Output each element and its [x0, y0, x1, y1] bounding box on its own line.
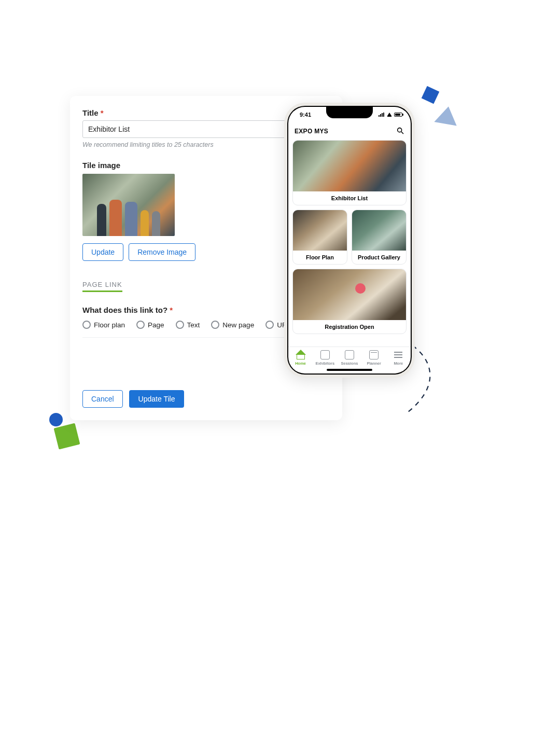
- planner-icon: [369, 350, 379, 359]
- more-icon: [394, 350, 403, 359]
- bottom-tab-bar: Home Exhibitors Sessions Planner: [288, 347, 411, 374]
- tab-more[interactable]: More: [387, 350, 409, 366]
- tile-exhibitor-list[interactable]: Exhibitor List: [292, 140, 407, 205]
- tile-image: [293, 141, 406, 191]
- status-time: 9:41: [300, 112, 311, 118]
- tile-registration-open[interactable]: Registration Open: [292, 269, 407, 334]
- tab-page-link[interactable]: PAGE LINK: [82, 281, 122, 292]
- tile-image: [293, 269, 406, 320]
- tile-label: Product Gallery: [352, 251, 406, 264]
- tab-planner[interactable]: Planner: [363, 350, 385, 366]
- tab-exhibitors[interactable]: Exhibitors: [314, 350, 336, 366]
- phone-mockup: 9:41 EXPO MYS: [284, 103, 415, 378]
- remove-image-button[interactable]: Remove Image: [129, 243, 195, 261]
- required-asterisk: *: [101, 108, 104, 117]
- svg-line-1: [401, 132, 403, 134]
- decorative-blue-circle: [49, 413, 63, 426]
- tile-label: Exhibitor List: [293, 191, 406, 205]
- tile-product-gallery[interactable]: Product Gallery: [352, 210, 407, 265]
- tile-label: Registration Open: [293, 320, 406, 334]
- update-tile-button[interactable]: Update Tile: [129, 390, 185, 408]
- tile-label: Floor Plan: [293, 251, 347, 264]
- svg-point-0: [398, 128, 402, 132]
- radio-page[interactable]: Page: [136, 321, 164, 329]
- home-indicator: [327, 369, 372, 371]
- radio-text[interactable]: Text: [176, 321, 200, 329]
- decorative-green-square: [54, 423, 80, 450]
- search-icon[interactable]: [396, 127, 404, 136]
- tile-floor-plan[interactable]: Floor Plan: [292, 210, 347, 265]
- tile-image: [352, 210, 406, 251]
- decorative-blue-triangle: [434, 104, 459, 126]
- update-image-button[interactable]: Update: [82, 243, 123, 261]
- tile-image: [293, 210, 347, 251]
- battery-icon: [394, 113, 402, 117]
- decorative-blue-square: [422, 86, 440, 104]
- sessions-icon: [345, 350, 354, 359]
- home-icon: [296, 350, 305, 359]
- tab-sessions[interactable]: Sessions: [339, 350, 360, 366]
- cancel-button[interactable]: Cancel: [82, 390, 123, 408]
- radio-new-page[interactable]: New page: [211, 321, 254, 329]
- app-title: EXPO MYS: [295, 128, 328, 135]
- radio-floor-plan[interactable]: Floor plan: [82, 321, 125, 329]
- wifi-icon: [387, 113, 392, 117]
- tile-image-preview: [82, 174, 175, 236]
- exhibitors-icon: [320, 350, 330, 359]
- signal-icon: [379, 113, 385, 117]
- phone-notch: [326, 107, 373, 118]
- tab-home[interactable]: Home: [290, 350, 312, 366]
